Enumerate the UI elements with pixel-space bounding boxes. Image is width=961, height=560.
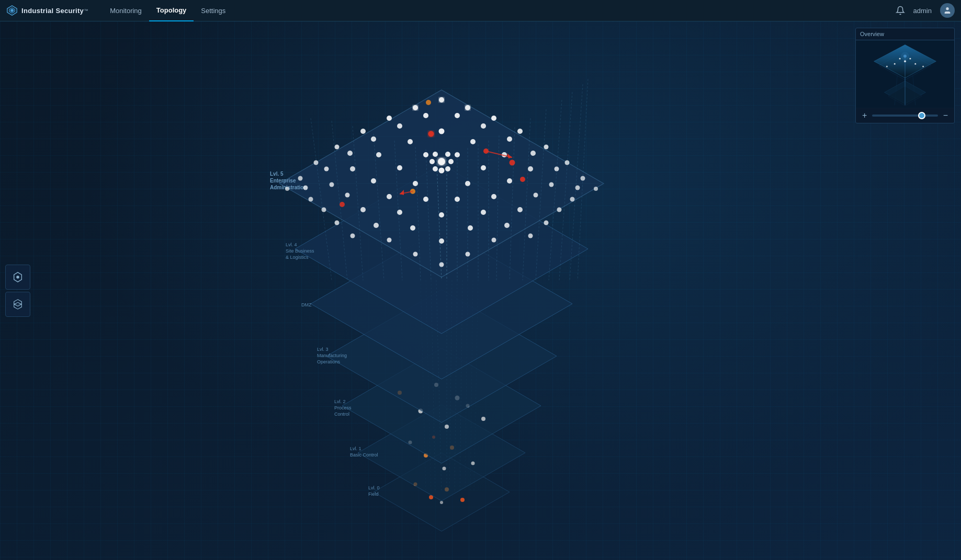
svg-point-137 [426, 100, 431, 105]
nav-right: admin [896, 3, 955, 18]
svg-point-105 [517, 207, 523, 212]
svg-point-132 [428, 131, 434, 137]
svg-point-129 [448, 159, 454, 164]
svg-point-52 [413, 105, 418, 110]
zoom-slider-thumb[interactable] [918, 112, 925, 119]
trademark: ™ [84, 8, 88, 13]
svg-point-88 [570, 197, 574, 202]
svg-point-124 [439, 262, 444, 267]
svg-point-91 [397, 165, 402, 170]
svg-point-118 [468, 225, 473, 231]
svg-point-69 [481, 123, 486, 129]
svg-point-188 [899, 58, 901, 60]
svg-point-100 [413, 181, 418, 186]
svg-point-66 [423, 113, 428, 118]
svg-point-51 [439, 97, 444, 102]
nav-brand: Industrial Security™ [6, 5, 88, 16]
svg-point-128 [429, 159, 435, 164]
avatar[interactable] [940, 3, 955, 18]
bell-icon[interactable] [896, 6, 905, 15]
svg-point-96 [533, 193, 538, 198]
svg-point-62 [298, 176, 302, 181]
svg-point-67 [455, 113, 460, 118]
nav-topology[interactable]: Topology [149, 0, 194, 21]
svg-point-11 [440, 501, 443, 504]
svg-point-98 [557, 208, 561, 212]
svg-point-185 [914, 63, 916, 65]
svg-text:Lvl. 0: Lvl. 0 [368, 485, 380, 490]
svg-point-107 [544, 221, 548, 225]
svg-point-53 [465, 105, 470, 110]
overview-map-svg [856, 40, 954, 108]
svg-point-104 [360, 207, 366, 212]
nav-settings[interactable]: Settings [194, 0, 233, 21]
svg-text:Control: Control [334, 412, 349, 417]
svg-text:Basic Control: Basic Control [350, 452, 378, 458]
svg-point-87 [308, 197, 313, 202]
svg-point-186 [886, 66, 888, 67]
svg-point-117 [410, 225, 415, 231]
svg-point-78 [438, 129, 444, 134]
svg-text:Enterprise: Enterprise [270, 178, 296, 184]
network-layers-button[interactable] [5, 292, 30, 317]
svg-point-131 [445, 166, 450, 172]
svg-point-95 [345, 193, 349, 198]
svg-point-86 [549, 182, 553, 187]
layer-view-button[interactable] [5, 265, 30, 290]
svg-point-94 [507, 178, 512, 184]
svg-point-103 [491, 194, 496, 199]
svg-point-55 [491, 116, 496, 121]
svg-point-134 [509, 160, 515, 166]
svg-point-119 [387, 238, 391, 243]
svg-point-17 [471, 462, 474, 465]
topology-svg: Lvl. 0 Field Lvl. 1 Basic Control [206, 63, 677, 534]
left-tools [5, 265, 30, 317]
overview-title: Overview [856, 28, 954, 40]
svg-point-71 [507, 136, 512, 142]
hexagon-layers-icon [12, 299, 24, 310]
svg-text:Operations: Operations [317, 359, 341, 364]
svg-text:Lvl. 2: Lvl. 2 [334, 399, 346, 404]
svg-point-120 [491, 238, 496, 243]
admin-label: admin [913, 7, 932, 15]
overview-controls: + − [856, 108, 954, 123]
svg-point-92 [481, 165, 486, 170]
svg-point-70 [371, 136, 376, 142]
svg-point-81 [376, 152, 381, 157]
svg-point-61 [564, 161, 569, 165]
svg-point-74 [324, 167, 329, 172]
svg-point-106 [334, 221, 339, 225]
svg-point-3 [946, 7, 948, 10]
svg-point-9 [460, 498, 465, 502]
svg-point-27 [481, 417, 485, 421]
overview-map[interactable] [856, 40, 954, 108]
svg-point-65 [594, 187, 598, 191]
main-canvas: Lvl. 0 Field Lvl. 1 Basic Control [0, 21, 961, 560]
svg-marker-196 [14, 302, 22, 309]
svg-text:& Logistics: & Logistics [286, 255, 309, 260]
svg-point-187 [922, 66, 924, 67]
svg-point-59 [544, 145, 548, 150]
svg-text:Lvl. 1: Lvl. 1 [350, 446, 361, 451]
svg-text:DMZ: DMZ [301, 302, 312, 307]
svg-text:Process: Process [334, 405, 352, 410]
svg-point-93 [371, 178, 376, 184]
svg-point-76 [303, 186, 308, 190]
topology-container[interactable]: Lvl. 0 Field Lvl. 1 Basic Control [0, 21, 961, 560]
svg-point-115 [528, 234, 533, 238]
svg-point-57 [517, 129, 523, 134]
svg-point-84 [528, 166, 533, 172]
svg-text:Lvl. 5: Lvl. 5 [270, 171, 284, 177]
hexagon-tool-icon [12, 271, 24, 283]
svg-point-72 [347, 151, 353, 156]
zoom-out-button[interactable]: − [941, 111, 950, 120]
nav-monitoring[interactable]: Monitoring [103, 0, 149, 21]
svg-point-85 [329, 182, 334, 187]
zoom-slider[interactable] [872, 115, 937, 117]
svg-point-56 [360, 129, 366, 134]
zoom-in-button[interactable]: + [860, 111, 869, 120]
svg-point-110 [397, 210, 402, 215]
svg-point-127 [445, 152, 450, 157]
svg-point-112 [374, 223, 379, 228]
svg-point-136 [520, 177, 525, 182]
